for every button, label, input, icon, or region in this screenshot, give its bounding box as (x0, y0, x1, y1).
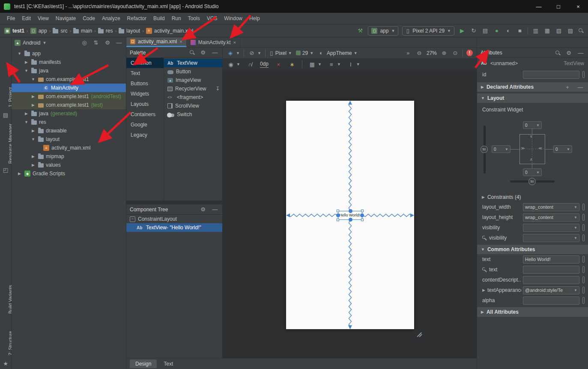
tree-item-app[interactable]: ▼ app (12, 49, 126, 58)
sdk-manager-icon[interactable]: ▨ (567, 27, 574, 35)
tab-design[interactable]: Design (130, 360, 157, 368)
tree-item-package-androidtest[interactable]: ▶ com.example.test1 (androidTest) (12, 92, 126, 101)
palette-category-text[interactable]: Text (126, 68, 164, 78)
device-menu[interactable]: ▯ Pixel ▼ (269, 49, 292, 57)
zoom-in-icon[interactable]: ⊕ (440, 49, 448, 57)
device-selector[interactable]: ▯ Pixel 2 API 29 ▼ (402, 26, 454, 36)
chevron-down-icon[interactable]: ▼ (24, 120, 29, 124)
remove-attribute-icon[interactable]: — (576, 83, 584, 91)
section-declared-attributes[interactable]: ▶ Declared Attributes + — (477, 82, 588, 92)
chevron-right-icon[interactable]: ▶ (24, 60, 29, 64)
attribute-flag[interactable] (582, 224, 585, 231)
tab-text[interactable]: Text (158, 360, 179, 368)
palette-item-switch[interactable]: Switch (164, 110, 222, 119)
panel-splitter[interactable] (126, 201, 222, 204)
palette-category-common[interactable]: Common (126, 58, 164, 68)
profiler-icon[interactable]: ◐ (504, 27, 512, 35)
breadcrumb-res[interactable]: res (98, 28, 113, 34)
api-level-menu[interactable]: 29 ▼ (296, 50, 313, 56)
tree-item-package-test[interactable]: ▶ com.example.test1 (test) (12, 101, 126, 109)
palette-item-button[interactable]: Button (164, 67, 222, 76)
run-button[interactable]: ▶ (458, 27, 466, 35)
menu-window[interactable]: Window (221, 15, 246, 21)
theme-menu[interactable]: ◐ AppTheme ▼ (317, 49, 358, 57)
chevron-down-icon[interactable]: ▼ (24, 69, 29, 73)
guidelines-menu[interactable]: ▦ ▼ (308, 60, 322, 68)
constraint-anchor-bottom[interactable] (349, 218, 352, 222)
palette-category-legacy[interactable]: Legacy (126, 130, 164, 140)
tab-mainactivity-kt[interactable]: MainActivity.kt × (187, 37, 240, 47)
tree-item-java-generated[interactable]: ▶ java (generated) (12, 109, 126, 118)
palette-category-google[interactable]: Google (126, 120, 164, 130)
chevron-down-icon[interactable]: ▼ (30, 137, 36, 141)
warning-badge[interactable]: ! (466, 50, 473, 56)
menu-analyze[interactable]: Analyze (98, 15, 124, 21)
hide-panel-icon[interactable]: — (211, 206, 219, 213)
breadcrumb-app[interactable]: ◻ app (30, 28, 47, 34)
build-hammer-icon[interactable]: ⚒ (356, 27, 364, 35)
attribute-flag[interactable] (582, 256, 585, 263)
visibility-combo[interactable]: ▼ (523, 224, 579, 232)
menu-run[interactable]: Run (168, 15, 185, 21)
infer-constraints-icon[interactable]: ∗ (288, 60, 296, 68)
resize-handle-sw[interactable] (337, 219, 339, 221)
text-appearance-combo[interactable]: @android:style/Te ▼ (523, 286, 579, 294)
attribute-flag[interactable] (582, 276, 585, 283)
margin-right-combo[interactable]: 0 ▼ (553, 145, 572, 153)
menu-navigate[interactable]: Navigate (52, 15, 79, 21)
tree-item-mainactivity[interactable]: C MainActivity (12, 84, 126, 92)
resize-handle-se[interactable] (361, 219, 364, 221)
tree-item-values[interactable]: ▶ values (12, 161, 126, 169)
chevron-right-icon[interactable]: ▶ (30, 129, 36, 133)
search-icon[interactable] (189, 50, 195, 55)
constraint-anchor-top[interactable] (349, 209, 352, 213)
zoom-fit-icon[interactable]: ⊙ (451, 49, 459, 57)
tree-item-java[interactable]: ▼ java (12, 66, 126, 75)
design-canvas[interactable]: Hello World! (223, 70, 477, 358)
menu-vcs[interactable]: VCS (203, 15, 221, 21)
orientation-selector[interactable]: ⊘ ▼ (248, 49, 261, 57)
selected-textview-widget[interactable]: Hello World! (338, 211, 362, 220)
chevron-down-icon[interactable]: ▼ (17, 51, 22, 56)
tree-item-drawable[interactable]: ▶ drawable (12, 126, 126, 135)
menu-edit[interactable]: Edit (18, 15, 34, 21)
run-with-coverage-icon[interactable]: ▤ (481, 27, 489, 35)
section-all-attributes[interactable]: ▶ All Attributes (477, 307, 588, 317)
constraint-anchor-left[interactable] (336, 213, 340, 217)
chevron-right-icon[interactable]: ▶ (30, 154, 36, 159)
id-input[interactable] (523, 71, 579, 79)
collapse-all-icon[interactable]: ⇅ (92, 39, 100, 47)
breadcrumb-file[interactable]: ≡ activity_main.xml (146, 28, 193, 34)
avd-manager-icon[interactable]: ▧ (555, 27, 563, 35)
gear-icon[interactable]: ⚙ (104, 39, 111, 47)
attribute-flag[interactable] (582, 287, 585, 294)
tree-item-manifests[interactable]: ▶ manifests (12, 58, 126, 66)
attribute-flag[interactable] (582, 297, 585, 304)
resize-handle-nw[interactable] (337, 210, 339, 212)
palette-category-layouts[interactable]: Layouts (126, 99, 164, 109)
close-button[interactable]: × (568, 0, 588, 13)
pack-menu[interactable]: Ⅰ ▼ (347, 60, 360, 68)
text-input[interactable]: Hello World! (523, 255, 579, 264)
palette-category-buttons[interactable]: Buttons (126, 78, 164, 89)
section-common-attributes[interactable]: ▼ Common Attributes (477, 245, 588, 254)
tree-item-layout[interactable]: ▼ layout (12, 135, 126, 144)
clear-constraints-icon[interactable]: × (275, 60, 282, 68)
apply-changes-icon[interactable]: ↻ (470, 27, 478, 35)
palette-item-recyclerview[interactable]: RecyclerView ↧ (164, 84, 222, 93)
constraints-group[interactable]: ▶ Constraints (4) (477, 192, 588, 202)
default-margin-selector[interactable]: 0dp (260, 61, 269, 68)
breadcrumb-main[interactable]: main (73, 28, 92, 34)
chevron-right-icon[interactable]: ▶ (30, 163, 36, 167)
margin-bottom-combo[interactable]: 0 ▼ (523, 168, 542, 176)
chevron-right-icon[interactable]: ▶ (482, 288, 485, 292)
breadcrumb-layout[interactable]: layout (119, 28, 140, 34)
tools-text-input[interactable] (523, 266, 579, 274)
menu-view[interactable]: View (34, 15, 52, 21)
layout-width-combo[interactable]: wrap_content ▼ (523, 203, 579, 211)
chevron-right-icon[interactable]: ▶ (30, 94, 36, 99)
autoconnect-off-icon[interactable]: ∩̸ (246, 60, 254, 68)
content-description-input[interactable] (523, 276, 579, 284)
menu-build[interactable]: Build (150, 15, 168, 21)
tree-item-gradle-scripts[interactable]: ▶ ◆ Gradle Scripts (12, 169, 126, 178)
